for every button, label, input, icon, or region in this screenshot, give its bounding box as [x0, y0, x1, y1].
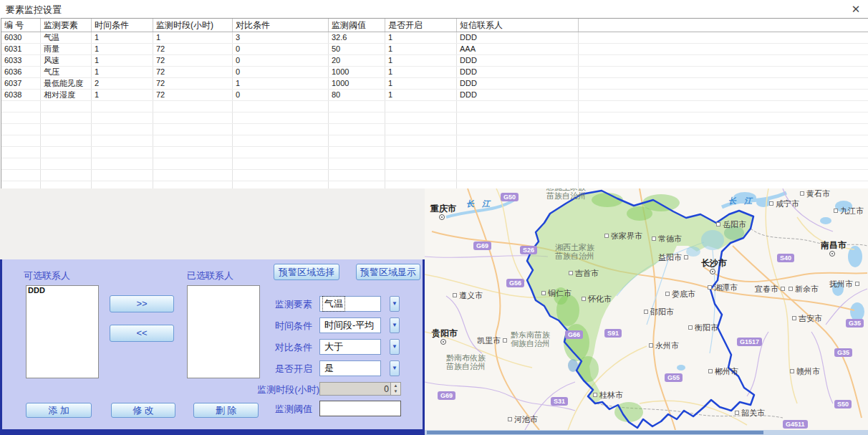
city-label: 郴州市: [706, 367, 738, 376]
warn-area-show-button[interactable]: 预警区域显示: [356, 264, 420, 280]
table-row[interactable]: 6030气温11332.61DDD: [1, 32, 868, 44]
enabled-combobox[interactable]: 是: [319, 360, 381, 376]
time-cond-combo-arrow-icon[interactable]: ▼: [390, 317, 400, 333]
spinner-arrows-icon[interactable]: ▲▼: [390, 383, 400, 395]
table-row[interactable]: [1, 124, 868, 135]
table-row[interactable]: 6031雨量1720501AAA: [1, 44, 868, 55]
table-row[interactable]: 6033风速1720201DDD: [1, 55, 868, 67]
time-cond-combobox[interactable]: 时间段-平均: [319, 317, 381, 333]
road-badge: G35: [834, 348, 852, 357]
compare-combobox[interactable]: 大于: [319, 339, 381, 355]
river-label: 长 江: [466, 199, 493, 209]
table-cell: [233, 101, 329, 112]
compare-combo-arrow-icon[interactable]: ▼: [390, 339, 400, 355]
modify-button[interactable]: 修 改: [111, 403, 175, 418]
road-badge: S50: [834, 400, 852, 408]
monitoring-table[interactable]: 编 号监测要素时间条件监测时段(小时)对比条件监测阈值是否开启短信联系人6030…: [1, 18, 868, 190]
table-cell: [233, 113, 329, 123]
period-label: 监测时段(小时): [233, 383, 319, 396]
table-row[interactable]: [1, 170, 868, 181]
capital-marker-icon: [829, 251, 835, 257]
available-contacts-list[interactable]: DDD: [26, 285, 99, 378]
city-marker-icon: [800, 191, 804, 196]
city-marker-icon: [834, 209, 838, 213]
table-cell: 是否开启: [385, 19, 457, 32]
table-cell: 气压: [41, 67, 92, 77]
table-cell: 72: [153, 44, 233, 54]
road-badge: G69: [438, 391, 455, 400]
table-row[interactable]: [1, 158, 868, 170]
table-cell: [92, 113, 153, 123]
city-label: 河池市: [506, 415, 538, 424]
table-cell: [41, 170, 92, 181]
city-label: 邵阳市: [642, 307, 674, 316]
capital-marker-icon: [439, 214, 445, 220]
table-cell: 1000: [329, 67, 385, 77]
table-cell: 1: [92, 44, 153, 54]
table-cell: 6030: [1, 32, 41, 43]
table-cell: 72: [153, 90, 233, 100]
table-cell: [153, 101, 233, 112]
table-cell: [579, 90, 868, 100]
city-label: 张家界市: [602, 231, 642, 240]
table-cell: [233, 158, 329, 169]
table-row[interactable]: [1, 135, 868, 147]
scrollbar-thumb[interactable]: [427, 431, 763, 434]
element-combobox[interactable]: 气温: [319, 296, 381, 312]
table-row[interactable]: [1, 147, 868, 158]
table-cell: [385, 158, 457, 169]
table-cell: [1, 158, 41, 169]
table-cell: 6036: [1, 67, 41, 77]
close-icon[interactable]: ✕: [849, 3, 862, 16]
road-badge: S31: [551, 397, 568, 406]
map-horizontal-scrollbar[interactable]: [425, 430, 868, 435]
table-cell: 监测阈值: [329, 19, 385, 32]
table-cell: 32.6: [329, 32, 385, 43]
city-label: 黄石市: [798, 189, 830, 198]
road-badge: G55: [665, 373, 683, 382]
road-badge: G66: [565, 330, 583, 339]
table-cell: [385, 124, 457, 135]
period-spinner[interactable]: 0 ▲▼: [319, 382, 401, 396]
table-cell: 72: [153, 55, 233, 66]
city-label: 桂林市: [591, 391, 623, 399]
table-row[interactable]: 6036气压172010001DDD: [1, 67, 868, 78]
road-badge: S26: [520, 246, 537, 254]
move-right-button[interactable]: >>: [110, 295, 174, 312]
table-row[interactable]: [1, 101, 868, 113]
capital-city-label: 长沙市: [701, 259, 727, 274]
city-marker-icon: [652, 236, 656, 241]
table-cell: 编 号: [1, 19, 41, 32]
table-cell: [329, 147, 385, 158]
city-label: 衡阳市: [686, 323, 718, 332]
table-row[interactable]: 6037最低能见度272110001DDD: [1, 78, 868, 90]
delete-button[interactable]: 删 除: [193, 403, 259, 418]
list-item[interactable]: DDD: [26, 286, 98, 295]
element-combo-arrow-icon[interactable]: ▼: [390, 296, 400, 312]
table-cell: DDD: [457, 90, 579, 100]
city-marker-icon: [769, 201, 773, 206]
threshold-input[interactable]: [319, 401, 401, 416]
table-row[interactable]: [1, 113, 868, 124]
table-cell: [1, 147, 41, 158]
table-cell: [153, 124, 233, 135]
city-marker-icon: [708, 285, 712, 290]
selected-contacts-label: 已选联系人: [187, 269, 233, 282]
warn-area-select-button[interactable]: 预警区域选择: [274, 264, 339, 280]
warning-area-map[interactable]: 重庆市遵义市贵阳市凯里市黔东南苗族 侗族自治州黔南布依族 苗族自治州河池市桂林市…: [425, 188, 868, 430]
road-badge: S91: [604, 329, 622, 338]
available-contacts-label: 可选联系人: [24, 269, 70, 282]
add-button[interactable]: 添 加: [26, 403, 92, 418]
table-row[interactable]: 6038相对湿度1720801DDD: [1, 90, 868, 101]
table-cell: [579, 44, 868, 54]
table-cell: 0: [233, 90, 329, 100]
table-cell: 72: [153, 78, 233, 89]
enabled-combo-arrow-icon[interactable]: ▼: [390, 360, 400, 376]
city-marker-icon: [649, 343, 653, 348]
table-cell: 0: [233, 44, 329, 54]
city-marker-icon: [735, 411, 739, 415]
move-left-button[interactable]: <<: [110, 325, 174, 342]
city-marker-icon: [569, 271, 573, 275]
table-cell: [41, 113, 92, 123]
table-cell: 1: [92, 90, 153, 100]
